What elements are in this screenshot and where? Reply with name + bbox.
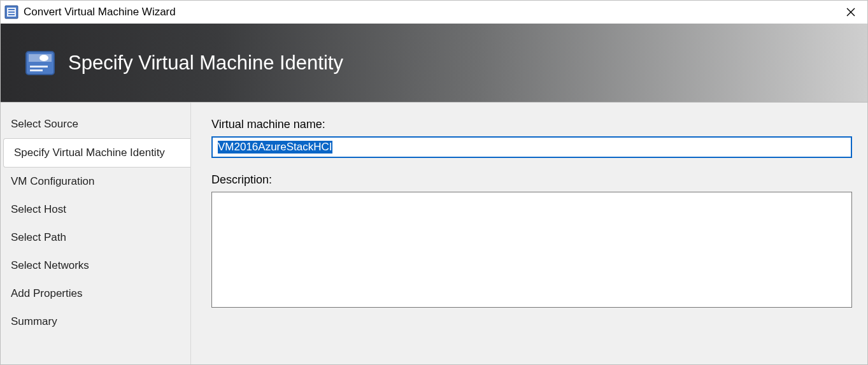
step-add-properties[interactable]: Add Properties [1,280,190,308]
close-icon [846,8,855,17]
description-textarea[interactable] [211,192,852,308]
app-icon [4,5,18,19]
main-content: Virtual machine name: Description: [190,103,867,364]
wizard-icon [25,48,55,78]
page-title: Specify Virtual Machine Identity [68,52,343,75]
step-vm-configuration[interactable]: VM Configuration [1,168,190,196]
step-select-host[interactable]: Select Host [1,196,190,224]
description-label: Description: [211,173,852,187]
step-summary[interactable]: Summary [1,308,190,336]
vm-name-label: Virtual machine name: [211,118,852,131]
body-area: Select Source Specify Virtual Machine Id… [1,103,867,364]
svg-rect-4 [8,14,15,15]
svg-rect-10 [30,69,43,71]
description-group: Description: [211,173,852,310]
svg-rect-2 [8,9,15,10]
window-title: Convert Virtual Machine Wizard [24,6,838,18]
title-bar: Convert Virtual Machine Wizard [1,1,867,24]
close-button[interactable] [838,3,864,22]
wizard-steps-sidebar: Select Source Specify Virtual Machine Id… [1,103,190,364]
vm-name-group: Virtual machine name: [211,118,852,158]
svg-rect-3 [8,11,15,13]
vm-name-input[interactable] [211,136,852,158]
step-select-path[interactable]: Select Path [1,224,190,252]
step-select-source[interactable]: Select Source [1,110,190,138]
step-specify-identity[interactable]: Specify Virtual Machine Identity [3,138,190,168]
svg-rect-9 [30,66,48,68]
header-banner: Specify Virtual Machine Identity [1,24,867,103]
step-select-networks[interactable]: Select Networks [1,252,190,280]
